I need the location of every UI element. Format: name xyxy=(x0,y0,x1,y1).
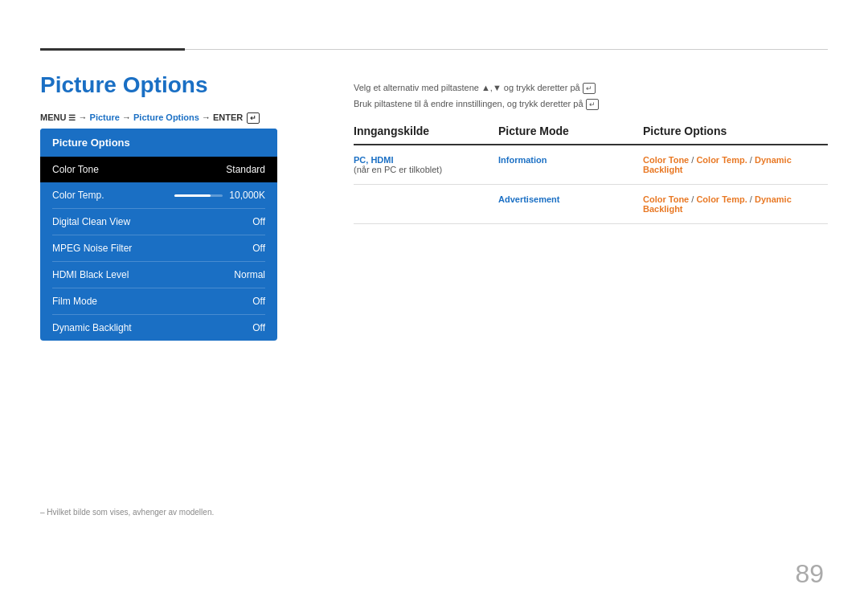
sep-2b: / xyxy=(747,194,755,204)
color-temp-label: Color Temp. xyxy=(52,190,104,201)
film-mode-value: Off xyxy=(252,296,265,307)
color-tone-value: Standard xyxy=(226,164,265,175)
options-table: Inngangskilde Picture Mode Picture Optio… xyxy=(354,125,828,224)
mpeg-noise-filter-value: Off xyxy=(252,243,265,254)
option-color-tone-1: Color Tone xyxy=(643,155,689,165)
mode-1: Information xyxy=(498,155,643,165)
instruction-line-2: Bruk piltastene til å endre innstillinge… xyxy=(354,96,599,112)
top-line-dark xyxy=(40,48,185,51)
color-temp-fill xyxy=(174,194,211,197)
top-line-light xyxy=(185,49,828,50)
top-decorative-lines xyxy=(40,48,828,51)
color-temp-track xyxy=(174,194,223,197)
page-number: 89 xyxy=(795,559,824,589)
breadcrumb: MENU ☰ → Picture → Picture Options → ENT… xyxy=(40,112,260,124)
page-title: Picture Options xyxy=(40,72,207,98)
menu-item-mpeg-noise-filter[interactable]: MPEG Noise Filter Off xyxy=(40,235,277,261)
th-picture-options: Picture Options xyxy=(643,125,828,137)
menu-item-digital-clean-view[interactable]: Digital Clean View Off xyxy=(40,209,277,235)
th-picture-mode: Picture Mode xyxy=(498,125,643,137)
dynamic-backlight-label: Dynamic Backlight xyxy=(52,322,132,333)
table-row-1: PC, HDMI(når en PC er tilkoblet) Informa… xyxy=(354,145,828,185)
th-inngangskilde: Inngangskilde xyxy=(354,125,498,137)
table-row-2: Advertisement Color Tone / Color Temp. /… xyxy=(354,185,828,224)
hdmi-black-level-value: Normal xyxy=(234,269,265,280)
hdmi-black-level-label: HDMI Black Level xyxy=(52,269,129,280)
mode-2: Advertisement xyxy=(498,194,643,204)
option-color-temp-2: Color Temp. xyxy=(696,194,747,204)
menu-item-film-mode[interactable]: Film Mode Off xyxy=(40,288,277,314)
menu-item-dynamic-backlight[interactable]: Dynamic Backlight Off xyxy=(40,315,277,341)
option-color-temp-1: Color Temp. xyxy=(696,155,747,165)
color-temp-value: 10,000K xyxy=(229,190,265,201)
sep-1b: / xyxy=(747,155,755,165)
film-mode-label: Film Mode xyxy=(52,296,97,307)
instructions-block: Velg et alternativ med piltastene ▲,▼ og… xyxy=(354,80,599,112)
option-color-tone-2: Color Tone xyxy=(643,194,689,204)
dynamic-backlight-value: Off xyxy=(252,322,265,333)
menu-item-hdmi-black-level[interactable]: HDMI Black Level Normal xyxy=(40,262,277,288)
color-temp-bar-group: 10,000K xyxy=(174,190,265,201)
mpeg-noise-filter-label: MPEG Noise Filter xyxy=(52,243,132,254)
options-2: Color Tone / Color Temp. / Dynamic Backl… xyxy=(643,194,828,214)
instruction-line-1: Velg et alternativ med piltastene ▲,▼ og… xyxy=(354,80,599,96)
digital-clean-view-label: Digital Clean View xyxy=(52,216,130,227)
menu-label: MENU ☰ → Picture → Picture Options → ENT… xyxy=(40,112,260,122)
panel-header: Picture Options xyxy=(40,129,277,157)
bottom-note: – Hvilket bilde som vises, avhenger av m… xyxy=(40,508,214,517)
picture-options-panel: Picture Options Color Tone Standard Colo… xyxy=(40,129,277,341)
menu-item-color-tone[interactable]: Color Tone Standard xyxy=(40,157,277,182)
menu-item-color-temp[interactable]: Color Temp. 10,000K xyxy=(40,182,277,208)
digital-clean-view-value: Off xyxy=(252,216,265,227)
table-header-row: Inngangskilde Picture Mode Picture Optio… xyxy=(354,125,828,145)
source-1: PC, HDMI(når en PC er tilkoblet) xyxy=(354,155,498,174)
options-1: Color Tone / Color Temp. / Dynamic Backl… xyxy=(643,155,828,174)
color-tone-label: Color Tone xyxy=(52,164,99,175)
